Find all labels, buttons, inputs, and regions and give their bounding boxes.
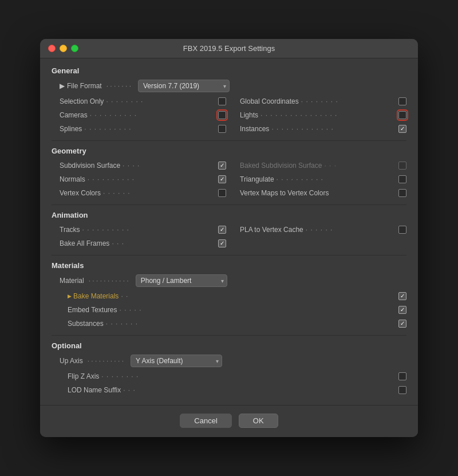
footer: Cancel OK xyxy=(40,405,418,437)
material-row: Material · · · · · · · · · · · Phong / L… xyxy=(52,273,406,288)
general-right: Global Coordinates · · · · · · · · Light… xyxy=(232,95,406,136)
file-format-triangle: ▶ xyxy=(60,82,65,90)
file-format-dropdown-wrapper[interactable]: Version 7.7 (2019) xyxy=(138,80,230,92)
row-cameras: Cameras · · · · · · · · · · xyxy=(52,108,226,122)
checkbox-lights[interactable] xyxy=(398,111,406,119)
ok-button[interactable]: OK xyxy=(239,414,278,428)
general-options: Selection Only · · · · · · · · Cameras ·… xyxy=(52,95,406,136)
up-axis-dots: · · · · · · · · · · xyxy=(88,357,124,365)
close-button[interactable] xyxy=(48,45,56,52)
row-subdivision-surface: Subdivision Surface · · · · xyxy=(52,159,226,172)
row-splines: Splines · · · · · · · · · · xyxy=(52,122,226,136)
row-tracks: Tracks · · · · · · · · · · xyxy=(52,223,226,237)
animation-left: Tracks · · · · · · · · · · Bake All Fram… xyxy=(52,223,226,250)
up-axis-row: Up Axis · · · · · · · · · · Y Axis (Defa… xyxy=(52,353,406,368)
animation-header: Animation xyxy=(52,211,406,219)
row-bake-all-frames: Bake All Frames · · · xyxy=(52,237,226,250)
row-vertex-maps: Vertex Maps to Vertex Colors xyxy=(232,186,406,200)
materials-header: Materials xyxy=(52,261,406,270)
general-left: Selection Only · · · · · · · · Cameras ·… xyxy=(52,95,226,136)
geometry-header: Geometry xyxy=(52,147,406,155)
checkbox-substances[interactable] xyxy=(398,320,406,328)
up-axis-dropdown-wrapper[interactable]: Y Axis (Default) xyxy=(131,355,222,367)
file-format-label: ▶ File Format · · · · · · · xyxy=(60,82,133,90)
geometry-right: Baked Subdivision Surface · · · Triangul… xyxy=(232,159,406,200)
row-substances: Substances · · · · · · · xyxy=(60,317,406,331)
checkbox-lod-name-suffix[interactable] xyxy=(398,386,406,394)
row-vertex-colors: Vertex Colors · · · · · · xyxy=(52,186,226,200)
row-triangulate: Triangulate · · · · · · · · · · xyxy=(232,172,406,186)
material-dots: · · · · · · · · · · · xyxy=(89,277,129,285)
material-dropdown-wrapper[interactable]: Phong / Lambert xyxy=(136,274,227,287)
file-format-select[interactable]: Version 7.7 (2019) xyxy=(138,80,230,92)
checkbox-vertex-maps[interactable] xyxy=(398,189,406,197)
checkbox-pla-to-vertex-cache[interactable] xyxy=(398,226,406,234)
cancel-button[interactable]: Cancel xyxy=(180,414,231,428)
checkbox-selection-only[interactable] xyxy=(218,97,226,105)
checkbox-splines[interactable] xyxy=(218,125,226,133)
checkbox-subdivision-surface[interactable] xyxy=(218,162,226,170)
maximize-button[interactable] xyxy=(71,45,78,52)
checkbox-global-coordinates[interactable] xyxy=(398,97,406,105)
row-flip-z-axis: Flip Z Axis · · · · · · · · xyxy=(60,369,406,383)
materials-options: ▶ Bake Materials · · Embed Textures · · … xyxy=(52,289,406,331)
geometry-left: Subdivision Surface · · · · Normals · · … xyxy=(52,159,226,200)
material-label: Material · · · · · · · · · · · xyxy=(60,277,131,285)
checkbox-flip-z-axis[interactable] xyxy=(398,372,406,380)
row-selection-only: Selection Only · · · · · · · · xyxy=(52,95,226,108)
optional-options: Flip Z Axis · · · · · · · · LOD Name Suf… xyxy=(52,369,406,397)
row-embed-textures: Embed Textures · · · · · xyxy=(60,303,406,317)
animation-options: Tracks · · · · · · · · · · Bake All Fram… xyxy=(52,223,406,250)
traffic-lights xyxy=(48,45,78,52)
file-format-dots: · · · · · · · xyxy=(106,82,131,90)
checkbox-bake-all-frames[interactable] xyxy=(218,239,226,247)
minimize-button[interactable] xyxy=(60,45,67,52)
row-pla-to-vertex-cache: PLA to Vertex Cache · · · · · · xyxy=(232,223,406,237)
checkbox-tracks[interactable] xyxy=(218,226,226,234)
animation-right: PLA to Vertex Cache · · · · · · xyxy=(232,223,406,250)
material-select[interactable]: Phong / Lambert xyxy=(136,274,227,287)
checkbox-vertex-colors[interactable] xyxy=(218,189,226,197)
titlebar: FBX 2019.5 Export Settings xyxy=(40,39,418,58)
checkbox-embed-textures[interactable] xyxy=(398,306,406,314)
export-settings-window: FBX 2019.5 Export Settings General ▶ Fil… xyxy=(40,39,418,437)
file-format-row: ▶ File Format · · · · · · · Version 7.7 … xyxy=(52,78,406,93)
row-global-coordinates: Global Coordinates · · · · · · · · xyxy=(232,95,406,108)
row-instances: Instances · · · · · · · · · · · · · xyxy=(232,122,406,136)
optional-header: Optional xyxy=(52,341,406,350)
checkbox-cameras[interactable] xyxy=(218,111,226,119)
row-lights: Lights · · · · · · · · · · · · · · · · xyxy=(232,108,406,122)
checkbox-triangulate[interactable] xyxy=(398,175,406,183)
checkbox-normals[interactable] xyxy=(218,175,226,183)
row-baked-subdivision-surface: Baked Subdivision Surface · · · xyxy=(232,159,406,172)
up-axis-select[interactable]: Y Axis (Default) xyxy=(131,355,222,367)
bake-materials-triangle: ▶ xyxy=(68,293,72,299)
up-axis-label: Up Axis · · · · · · · · · · xyxy=(60,357,126,365)
checkbox-bake-materials[interactable] xyxy=(398,292,406,300)
row-normals: Normals · · · · · · · · · · xyxy=(52,172,226,186)
checkbox-instances[interactable] xyxy=(398,125,406,133)
row-lod-name-suffix: LOD Name Suffix · · · xyxy=(60,383,406,397)
window-title: FBX 2019.5 Export Settings xyxy=(183,44,275,53)
settings-content: General ▶ File Format · · · · · · · Vers… xyxy=(40,58,418,405)
geometry-options: Subdivision Surface · · · · Normals · · … xyxy=(52,159,406,200)
general-header: General xyxy=(52,66,406,75)
row-bake-materials: ▶ Bake Materials · · xyxy=(60,289,406,303)
checkbox-baked-subdivision-surface[interactable] xyxy=(398,162,406,170)
